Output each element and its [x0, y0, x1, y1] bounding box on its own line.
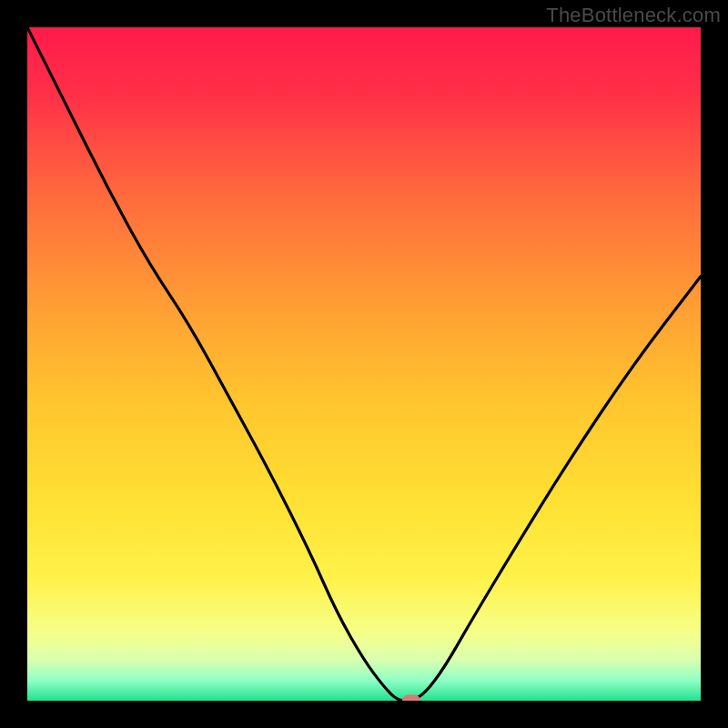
- watermark-text: TheBottleneck.com: [546, 4, 721, 27]
- chart-frame: TheBottleneck.com: [0, 0, 728, 728]
- bottleneck-curve: [27, 27, 701, 701]
- optimum-marker: [402, 695, 420, 702]
- plot-area: [27, 27, 701, 701]
